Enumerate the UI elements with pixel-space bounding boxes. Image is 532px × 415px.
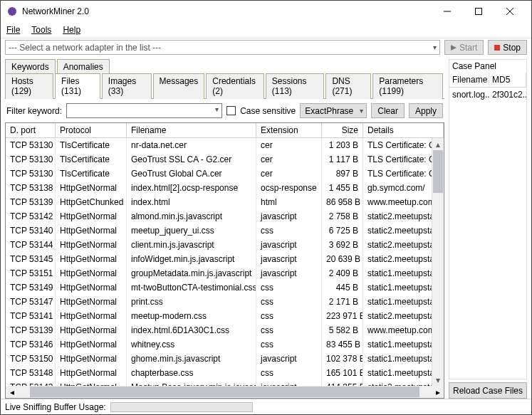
scroll-up-arrow[interactable]: ▴ [432, 138, 444, 150]
tab-hosts[interactable]: Hosts (129) [5, 73, 53, 99]
table-row[interactable]: TCP 53145HttpGetNormalinfoWidget.min.js.… [6, 252, 444, 266]
horizontal-scrollbar[interactable]: ◂ ▸ [6, 386, 444, 398]
files-grid: D. portProtocolFilenameExtensionSizeDeta… [5, 122, 444, 399]
filter-bar: Filter keyword: ▾ Case sensitive ExactPh… [5, 99, 444, 122]
svg-point-0 [8, 7, 16, 16]
chevron-down-icon: ▾ [360, 107, 363, 115]
case-row[interactable]: snort.log....2f301c2... [449, 88, 526, 102]
scroll-left-arrow[interactable]: ◂ [6, 387, 18, 397]
tab-anomalies[interactable]: Anomalies [57, 59, 110, 74]
chevron-down-icon: ▾ [215, 105, 219, 113]
start-button[interactable]: Start [444, 40, 484, 55]
tab-parameters[interactable]: Parameters (1199) [372, 73, 443, 99]
maximize-button[interactable] [463, 1, 494, 22]
buffer-usage-label: Live Sniffing Buffer Usage: [5, 402, 106, 412]
table-row[interactable]: TCP 53130TlsCertificateGeoTrust SSL CA -… [6, 152, 444, 167]
scroll-right-arrow[interactable]: ▸ [432, 387, 444, 397]
filter-label: Filter keyword: [6, 106, 62, 116]
clear-button[interactable]: Clear [371, 103, 405, 118]
column-header[interactable]: Size [322, 123, 363, 137]
reload-case-files-button[interactable]: Reload Case Files [449, 382, 527, 399]
table-row[interactable]: TCP 53141HttpGetNormalmeetup-modern.cssc… [6, 309, 444, 323]
tab-files[interactable]: Files (131) [55, 73, 100, 99]
minimize-button[interactable] [432, 1, 463, 22]
apply-button[interactable]: Apply [409, 103, 443, 118]
tab-images[interactable]: Images (33) [102, 73, 152, 99]
svg-marker-5 [451, 45, 457, 51]
window-title: NetworkMiner 2.0 [22, 6, 432, 16]
statusbar: Live Sniffing Buffer Usage: [1, 399, 531, 414]
table-row[interactable]: TCP 53139HttpGetNormalindex.html.6D1A30C… [6, 323, 444, 337]
tab-keywords[interactable]: Keywords [5, 59, 56, 74]
table-row[interactable]: TCP 53140HttpGetNormalmeetup_jquery_ui.c… [6, 224, 444, 238]
scroll-thumb[interactable] [433, 150, 443, 193]
case-panel: Case Panel FilenameMD5 snort.log....2f30… [449, 59, 527, 379]
column-header[interactable]: D. port [6, 123, 56, 137]
chevron-down-icon: ▾ [433, 43, 437, 51]
tab-credentials[interactable]: Credentials (2) [206, 73, 264, 99]
app-icon [6, 6, 18, 17]
column-header[interactable]: Filename [127, 123, 256, 137]
column-header[interactable]: Protocol [56, 123, 127, 137]
table-row[interactable]: TCP 53151HttpGetNormalgroupMetadata.min.… [6, 266, 444, 280]
table-row[interactable]: TCP 53143HttpGetNormalMeetup.Base.jquery… [6, 380, 444, 386]
table-row[interactable]: TCP 53146HttpGetNormalwhitney.csscss83 4… [6, 337, 444, 352]
svg-rect-6 [494, 45, 500, 51]
case-column-header[interactable]: Filename [449, 73, 489, 87]
menu-tools[interactable]: Tools [31, 25, 51, 35]
table-row[interactable]: TCP 53130TlsCertificateGeoTrust Global C… [6, 167, 444, 181]
titlebar: NetworkMiner 2.0 [1, 1, 531, 22]
column-header[interactable]: Extension [256, 123, 322, 137]
case-sensitive-label: Case sensitive [240, 106, 296, 116]
adapter-select[interactable]: --- Select a network adapter in the list… [5, 40, 440, 55]
buffer-usage-progress [110, 402, 253, 412]
table-row[interactable]: TCP 53130TlsCertificatenr-data.net.cerce… [6, 138, 444, 152]
case-column-header[interactable]: MD5 [489, 73, 526, 87]
tab-sessions[interactable]: Sessions (113) [266, 73, 325, 99]
case-panel-header: FilenameMD5 [449, 73, 526, 88]
filter-mode-select[interactable]: ExactPhrase ▾ [300, 103, 367, 118]
table-row[interactable]: TCP 53139HttpGetChunkedindex.htmlhtml86 … [6, 195, 444, 209]
scroll-thumb-h[interactable] [30, 387, 419, 397]
adapter-placeholder: --- Select a network adapter in the list… [9, 43, 161, 53]
case-sensitive-checkbox[interactable] [226, 106, 236, 115]
table-row[interactable]: TCP 53138HttpGetNormalindex.html[2].ocsp… [6, 181, 444, 195]
table-row[interactable]: TCP 53142HttpGetNormalalmond.min.js.java… [6, 209, 444, 224]
toolbar: --- Select a network adapter in the list… [1, 38, 531, 56]
tab-messages[interactable]: Messages [153, 73, 205, 99]
column-header[interactable]: Details [363, 123, 444, 137]
grid-header: D. portProtocolFilenameExtensionSizeDeta… [6, 123, 444, 138]
table-row[interactable]: TCP 53148HttpGetNormalchapterbase.csscss… [6, 366, 444, 380]
menu-help[interactable]: Help [63, 25, 80, 35]
close-button[interactable] [494, 1, 526, 22]
tab-dns[interactable]: DNS (271) [325, 73, 371, 99]
menu-file[interactable]: File [6, 25, 20, 35]
scroll-down-arrow[interactable]: ▾ [432, 374, 444, 386]
filter-keyword-input[interactable]: ▾ [66, 103, 222, 118]
stop-button[interactable]: Stop [488, 40, 527, 55]
table-row[interactable]: TCP 53149HttpGetNormalmt-twoButtonCTA-te… [6, 280, 444, 295]
menubar: File Tools Help [1, 22, 531, 38]
grid-body: TCP 53130TlsCertificatenr-data.net.cerce… [6, 138, 444, 386]
tabs-row-2: Hosts (129)Files (131)Images (33)Message… [5, 73, 444, 99]
table-row[interactable]: TCP 53144HttpGetNormalclient.min.js.java… [6, 238, 444, 252]
table-row[interactable]: TCP 53147HttpGetNormalprint.csscss2 171 … [6, 295, 444, 309]
case-panel-title: Case Panel [449, 60, 526, 73]
tabs-row-1: KeywordsAnomalies [5, 59, 444, 73]
vertical-scrollbar[interactable]: ▴ ▾ [432, 138, 444, 386]
svg-rect-2 [476, 9, 482, 15]
table-row[interactable]: TCP 53150HttpGetNormalghome.min.js.javas… [6, 352, 444, 366]
case-panel-body: snort.log....2f301c2... [449, 88, 526, 102]
